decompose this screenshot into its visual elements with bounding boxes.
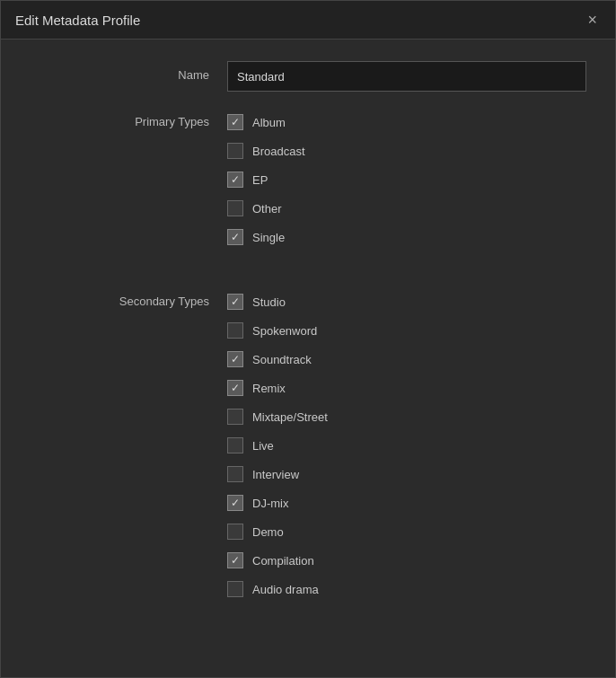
checkbox-item-soundtrack: ✓Soundtrack (227, 347, 328, 372)
label-mixtape[interactable]: Mixtape/Street (252, 410, 328, 424)
secondary-types-row: Secondary Types ✓Studio✓Spokenword✓Sound… (30, 289, 586, 602)
checkbox-item-djmix: ✓DJ-mix (227, 490, 328, 515)
checkbox-studio[interactable]: ✓ (227, 294, 243, 310)
label-broadcast[interactable]: Broadcast (252, 145, 305, 158)
label-live[interactable]: Live (252, 439, 274, 453)
label-djmix[interactable]: DJ-mix (252, 497, 288, 510)
checkbox-item-interview: ✓Interview (227, 462, 328, 487)
checkbox-item-remix: ✓Remix (227, 375, 328, 401)
checkbox-item-studio: ✓Studio (227, 289, 328, 314)
checkmark-ep: ✓ (231, 174, 240, 185)
dialog-header: Edit Metadata Profile × (1, 1, 615, 40)
label-other[interactable]: Other (252, 202, 282, 216)
label-soundtrack[interactable]: Soundtrack (252, 353, 312, 366)
checkbox-broadcast[interactable]: ✓ (227, 143, 243, 159)
label-remix[interactable]: Remix (252, 382, 286, 395)
name-label: Name (30, 61, 227, 82)
name-row: Name (30, 61, 586, 92)
primary-types-row: Primary Types ✓Album✓Broadcast✓EP✓Other✓… (30, 110, 586, 250)
label-studio[interactable]: Studio (252, 295, 286, 309)
label-spokenword[interactable]: Spokenword (252, 324, 317, 338)
dialog-body: Name Primary Types ✓Album✓Broadcast✓EP✓O… (1, 40, 615, 641)
label-audiodrama[interactable]: Audio drama (252, 583, 319, 596)
checkbox-item-demo: ✓Demo (227, 519, 328, 544)
checkbox-live[interactable]: ✓ (227, 437, 243, 453)
name-input[interactable] (227, 61, 586, 92)
checkbox-ep[interactable]: ✓ (227, 172, 243, 188)
checkbox-single[interactable]: ✓ (227, 229, 243, 245)
checkmark-single: ✓ (231, 232, 240, 242)
checkbox-item-audiodrama: ✓Audio drama (227, 577, 328, 602)
checkbox-audiodrama[interactable]: ✓ (227, 581, 243, 597)
checkbox-compilation[interactable]: ✓ (227, 552, 243, 568)
checkbox-mixtape[interactable]: ✓ (227, 409, 243, 425)
label-compilation[interactable]: Compilation (252, 554, 314, 568)
checkmark-djmix: ✓ (231, 497, 240, 508)
checkbox-album[interactable]: ✓ (227, 114, 243, 130)
dialog-title: Edit Metadata Profile (15, 13, 140, 28)
label-interview[interactable]: Interview (252, 468, 299, 481)
primary-types-list: ✓Album✓Broadcast✓EP✓Other✓Single (227, 110, 305, 250)
checkmark-studio: ✓ (231, 296, 240, 307)
checkbox-item-other: ✓Other (227, 196, 305, 221)
label-demo[interactable]: Demo (252, 525, 284, 539)
checkmark-soundtrack: ✓ (231, 354, 240, 365)
checkbox-item-live: ✓Live (227, 433, 328, 458)
checkbox-other[interactable]: ✓ (227, 200, 243, 216)
secondary-types-list: ✓Studio✓Spokenword✓Soundtrack✓Remix✓Mixt… (227, 289, 328, 602)
secondary-types-label: Secondary Types (30, 289, 227, 308)
checkmark-compilation: ✓ (231, 555, 240, 566)
edit-metadata-dialog: Edit Metadata Profile × Name Primary Typ… (0, 0, 616, 678)
checkbox-item-ep: ✓EP (227, 167, 305, 192)
checkbox-item-spokenword: ✓Spokenword (227, 318, 328, 343)
label-single[interactable]: Single (252, 231, 285, 244)
close-button[interactable]: × (584, 12, 601, 28)
checkbox-interview[interactable]: ✓ (227, 466, 243, 482)
checkmark-album: ✓ (231, 117, 240, 128)
checkbox-item-broadcast: ✓Broadcast (227, 138, 305, 163)
label-ep[interactable]: EP (252, 173, 268, 187)
checkbox-djmix[interactable]: ✓ (227, 495, 243, 511)
checkbox-item-album: ✓Album (227, 110, 305, 135)
checkbox-spokenword[interactable]: ✓ (227, 322, 243, 339)
primary-types-label: Primary Types (30, 110, 227, 128)
checkmark-remix: ✓ (231, 383, 240, 393)
checkbox-demo[interactable]: ✓ (227, 524, 243, 540)
checkbox-soundtrack[interactable]: ✓ (227, 351, 243, 367)
checkbox-item-compilation: ✓Compilation (227, 548, 328, 573)
checkbox-item-mixtape: ✓Mixtape/Street (227, 404, 328, 429)
label-album[interactable]: Album (252, 116, 286, 129)
checkbox-item-single: ✓Single (227, 225, 305, 250)
checkbox-remix[interactable]: ✓ (227, 380, 243, 396)
